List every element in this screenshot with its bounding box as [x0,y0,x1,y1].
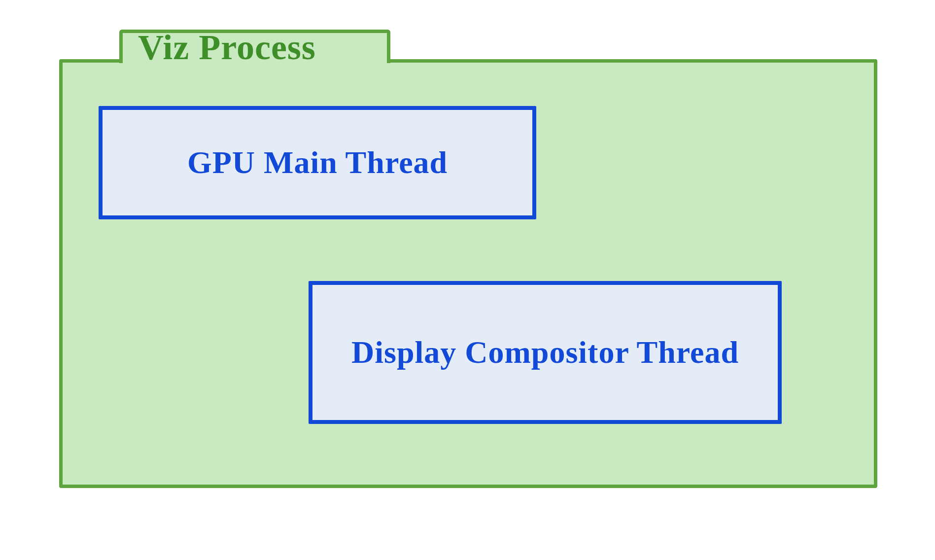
viz-process-title: Viz Process [138,27,316,68]
gpu-main-thread-box: GPU Main Thread [99,106,536,219]
display-compositor-thread-label: Display Compositor Thread [344,334,747,371]
gpu-main-thread-label: GPU Main Thread [179,144,455,181]
display-compositor-thread-box: Display Compositor Thread [309,281,782,424]
